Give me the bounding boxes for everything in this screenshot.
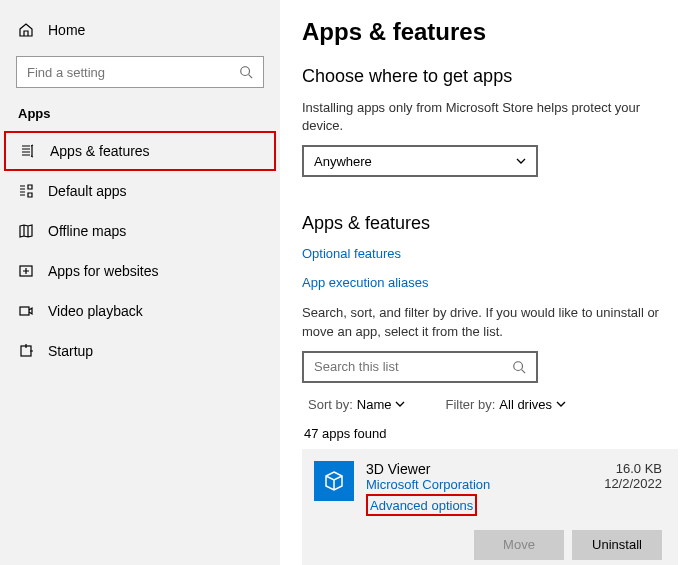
home-nav[interactable]: Home bbox=[0, 16, 280, 44]
sort-filter-row: Sort by: Name Filter by: All drives bbox=[302, 397, 678, 412]
sidebar-item-apps-features[interactable]: Apps & features bbox=[4, 131, 276, 171]
svg-point-4 bbox=[514, 362, 523, 371]
sort-value: Name bbox=[357, 397, 392, 412]
app-name: 3D Viewer bbox=[366, 461, 592, 477]
search-icon bbox=[239, 65, 253, 79]
apps-features-icon bbox=[20, 143, 36, 159]
filter-desc: Search, sort, and filter by drive. If yo… bbox=[302, 304, 678, 340]
choose-where-title: Choose where to get apps bbox=[302, 66, 678, 87]
search-wrap bbox=[16, 56, 264, 88]
advanced-options-link[interactable]: Advanced options bbox=[370, 498, 473, 513]
app-search-input[interactable] bbox=[314, 359, 512, 374]
sidebar-item-label: Apps & features bbox=[50, 143, 150, 159]
sidebar-item-label: Video playback bbox=[48, 303, 143, 319]
uninstall-button[interactable]: Uninstall bbox=[572, 530, 662, 560]
sort-by-control[interactable]: Sort by: Name bbox=[308, 397, 405, 412]
sidebar-item-startup[interactable]: Startup bbox=[0, 331, 280, 371]
sidebar-section-header: Apps bbox=[0, 106, 280, 131]
sidebar-item-video-playback[interactable]: Video playback bbox=[0, 291, 280, 331]
sidebar-item-offline-maps[interactable]: Offline maps bbox=[0, 211, 280, 251]
choose-where-desc: Installing apps only from Microsoft Stor… bbox=[302, 99, 678, 135]
search-icon bbox=[512, 360, 526, 374]
app-publisher-link[interactable]: Microsoft Corporation bbox=[366, 477, 592, 492]
offline-maps-icon bbox=[18, 223, 34, 239]
svg-rect-2 bbox=[20, 307, 29, 315]
default-apps-icon bbox=[18, 183, 34, 199]
home-label: Home bbox=[48, 22, 85, 38]
sidebar-item-apps-websites[interactable]: Apps for websites bbox=[0, 251, 280, 291]
video-playback-icon bbox=[18, 303, 34, 319]
sidebar-item-label: Startup bbox=[48, 343, 93, 359]
filter-label: Filter by: bbox=[445, 397, 495, 412]
apps-features-title: Apps & features bbox=[302, 213, 678, 234]
startup-icon bbox=[18, 343, 34, 359]
svg-point-0 bbox=[241, 67, 250, 76]
app-list-item[interactable]: 3D Viewer Microsoft Corporation Advanced… bbox=[302, 449, 678, 565]
page-title: Apps & features bbox=[302, 18, 678, 46]
app-count: 47 apps found bbox=[302, 426, 678, 441]
move-button: Move bbox=[474, 530, 564, 560]
app-date: 12/2/2022 bbox=[604, 476, 662, 491]
app-icon bbox=[314, 461, 354, 501]
sidebar-item-label: Default apps bbox=[48, 183, 127, 199]
home-icon bbox=[18, 22, 34, 38]
sidebar-item-label: Offline maps bbox=[48, 223, 126, 239]
find-setting-search[interactable] bbox=[16, 56, 264, 88]
sort-label: Sort by: bbox=[308, 397, 353, 412]
app-size: 16.0 KB bbox=[604, 461, 662, 476]
search-input[interactable] bbox=[27, 65, 239, 80]
chevron-down-icon bbox=[556, 399, 566, 409]
apps-websites-icon bbox=[18, 263, 34, 279]
sidebar-item-label: Apps for websites bbox=[48, 263, 159, 279]
app-execution-aliases-link[interactable]: App execution aliases bbox=[302, 275, 678, 290]
sidebar: Home Apps Apps & features Default apps O… bbox=[0, 0, 280, 565]
filter-by-control[interactable]: Filter by: All drives bbox=[445, 397, 566, 412]
advanced-options-highlight: Advanced options bbox=[366, 494, 477, 516]
filter-value: All drives bbox=[499, 397, 552, 412]
chevron-down-icon bbox=[516, 156, 526, 166]
sidebar-item-default-apps[interactable]: Default apps bbox=[0, 171, 280, 211]
dropdown-value: Anywhere bbox=[314, 154, 372, 169]
app-source-dropdown[interactable]: Anywhere bbox=[302, 145, 538, 177]
optional-features-link[interactable]: Optional features bbox=[302, 246, 678, 261]
chevron-down-icon bbox=[395, 399, 405, 409]
main-content: Apps & features Choose where to get apps… bbox=[280, 0, 700, 565]
app-list-search[interactable] bbox=[302, 351, 538, 383]
